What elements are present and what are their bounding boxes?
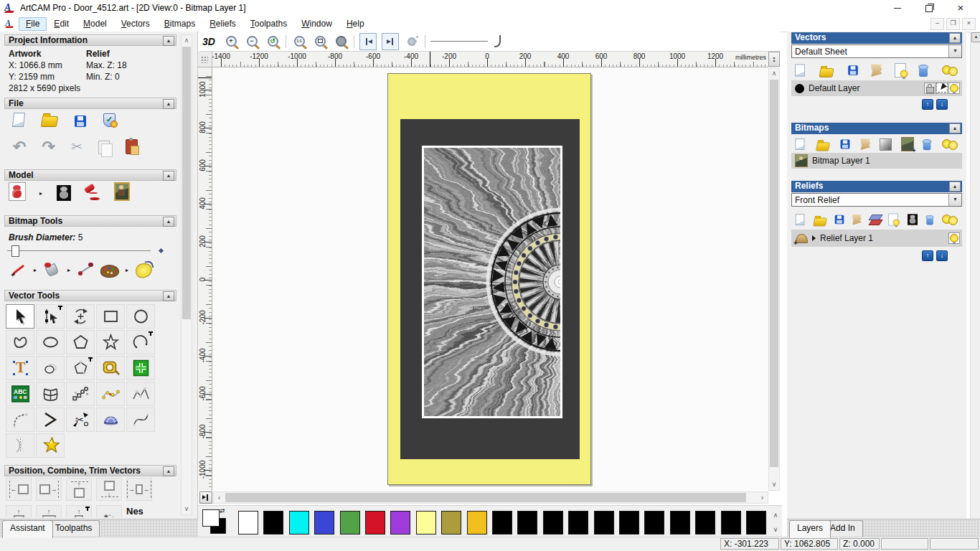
envelope-distort-tool[interactable]: [36, 382, 65, 406]
ellipse-tool[interactable]: [36, 330, 65, 354]
lock-layer-button[interactable]: [924, 83, 936, 94]
open-layers-icon[interactable]: [816, 142, 830, 151]
fit-spline-tool[interactable]: [126, 408, 155, 432]
menu-reliefs[interactable]: Reliefs: [202, 17, 243, 31]
node-editing-tool[interactable]: [36, 304, 65, 329]
relief-selector[interactable]: Front Relief ▼: [791, 193, 962, 207]
wrap-text-tool[interactable]: [36, 356, 65, 380]
offset-tool[interactable]: [66, 356, 95, 380]
paste-clipboard-icon[interactable]: [126, 139, 138, 154]
scroll-up-icon[interactable]: ∧: [182, 35, 192, 46]
new-layer-icon[interactable]: [796, 214, 804, 225]
assistant-scrollbar[interactable]: ∧ ∨: [181, 34, 192, 515]
scroll-right-icon[interactable]: ›: [757, 492, 768, 503]
new-layer-icon[interactable]: [795, 65, 805, 77]
merge-layers-icon[interactable]: [852, 214, 862, 225]
arc-tool[interactable]: [126, 330, 155, 354]
paste-along-curve-tool[interactable]: [66, 382, 95, 406]
tab-layers[interactable]: Layers: [789, 520, 831, 538]
palette-swatch-0[interactable]: [238, 511, 258, 534]
scrollbar-thumb[interactable]: [182, 47, 191, 319]
edit-layer-button[interactable]: [936, 83, 948, 94]
toggle-visibility-icon[interactable]: [895, 63, 906, 77]
menu-model[interactable]: Model: [76, 17, 114, 31]
chevron-down-icon[interactable]: ▼: [948, 194, 961, 206]
expand-arrow-icon[interactable]: [812, 235, 816, 241]
menu-toolpaths[interactable]: Toolpaths: [243, 17, 294, 31]
palette-swatch-8[interactable]: [441, 511, 461, 534]
canvas-hscrollbar[interactable]: ‹ ›: [213, 491, 768, 504]
scroll-left-icon[interactable]: ‹: [214, 492, 225, 503]
palette-swatch-20[interactable]: [746, 511, 766, 534]
delete-layer-icon[interactable]: [923, 141, 931, 150]
move-layer-down-button[interactable]: ↓: [936, 250, 948, 261]
palette-swatch-5[interactable]: [365, 511, 385, 534]
save-model-icon[interactable]: [75, 116, 86, 127]
greyscale-preview-icon[interactable]: [908, 214, 918, 225]
all-lightbulbs-icon[interactable]: [941, 64, 959, 77]
align-centre-icon[interactable]: →←: [126, 478, 152, 501]
snap-left-toggle[interactable]: [359, 33, 377, 50]
move-layer-down-button[interactable]: ↓: [936, 99, 948, 110]
colour-palette-icon[interactable]: [100, 265, 119, 278]
menu-edit[interactable]: Edit: [47, 17, 76, 31]
move-layer-up-button[interactable]: ↑: [922, 250, 933, 261]
sheet-selector[interactable]: Default Sheet ▼: [791, 44, 962, 58]
zoom-object-button[interactable]: [333, 34, 349, 50]
palette-swatch-16[interactable]: [644, 511, 664, 534]
copy-icon[interactable]: [98, 141, 110, 154]
fit-polyline-tool[interactable]: [96, 382, 125, 406]
cut-icon[interactable]: [71, 140, 83, 154]
redraw-button[interactable]: [404, 34, 420, 50]
circle-tool[interactable]: [126, 304, 155, 329]
flyout-arrow-icon[interactable]: ▸: [39, 190, 42, 197]
stack-icon[interactable]: [869, 214, 882, 225]
menu-bitmaps[interactable]: Bitmaps: [157, 17, 202, 31]
model-sheet[interactable]: [387, 73, 591, 485]
close-button[interactable]: ×: [948, 0, 973, 17]
primary-colour-swatch[interactable]: [202, 509, 220, 527]
align-left-icon[interactable]: ←: [6, 478, 32, 501]
tab-assistant[interactable]: Assistant: [2, 520, 53, 538]
star-wizard-tool[interactable]: [36, 433, 65, 458]
mdi-restore-button[interactable]: ❐: [946, 18, 960, 30]
palette-swatch-18[interactable]: [695, 511, 715, 534]
rectangle-tool[interactable]: [96, 304, 125, 329]
mdi-minimize-button[interactable]: –: [930, 18, 944, 30]
extrude-tool[interactable]: [96, 408, 125, 432]
new-layer-icon[interactable]: [796, 138, 805, 150]
flyout-arrow-icon[interactable]: ▸: [67, 267, 70, 273]
redo-icon[interactable]: [42, 140, 55, 154]
palette-swatch-2[interactable]: [289, 511, 309, 534]
mirror-tool[interactable]: [6, 433, 34, 458]
palette-swatch-3[interactable]: [314, 511, 334, 534]
scroll-down-icon[interactable]: ∨: [769, 479, 779, 490]
text-tool[interactable]: T: [6, 356, 34, 380]
centre-horizontal-icon[interactable]: ↑: [36, 505, 62, 517]
transform-tool[interactable]: [66, 304, 95, 329]
trim-tool[interactable]: ✂: [66, 408, 95, 432]
palette-swatch-11[interactable]: [517, 511, 537, 534]
polyline-tool[interactable]: [6, 330, 34, 354]
new-model-icon[interactable]: [12, 113, 25, 127]
zoom-1to1-button[interactable]: 1:1: [291, 34, 307, 50]
zoom-out-button[interactable]: −: [244, 34, 260, 50]
collapse-button[interactable]: ▲: [163, 291, 174, 301]
layer-visibility-button[interactable]: [948, 83, 960, 94]
brush-diameter-slider[interactable]: [7, 250, 151, 251]
align-right-icon[interactable]: →: [36, 478, 62, 501]
block-paste-tool[interactable]: [126, 356, 155, 380]
menu-window[interactable]: Window: [294, 17, 339, 31]
delete-layer-icon[interactable]: [927, 217, 934, 225]
delete-layer-icon[interactable]: [919, 67, 928, 77]
collapse-button[interactable]: ▲: [949, 182, 961, 192]
zoom-fit-button[interactable]: [312, 34, 328, 50]
polygon-tool[interactable]: [66, 330, 95, 354]
slider-handle[interactable]: [11, 245, 19, 257]
flyout-arrow-icon[interactable]: ▸: [34, 267, 37, 273]
collapse-button[interactable]: ▲: [163, 36, 174, 46]
greyscale-icon[interactable]: [880, 138, 892, 151]
centre-in-page-icon[interactable]: ↑: [6, 505, 32, 517]
collapse-button[interactable]: ▲: [163, 217, 174, 227]
scatter-icon[interactable]: ✱˚·: [96, 505, 122, 517]
